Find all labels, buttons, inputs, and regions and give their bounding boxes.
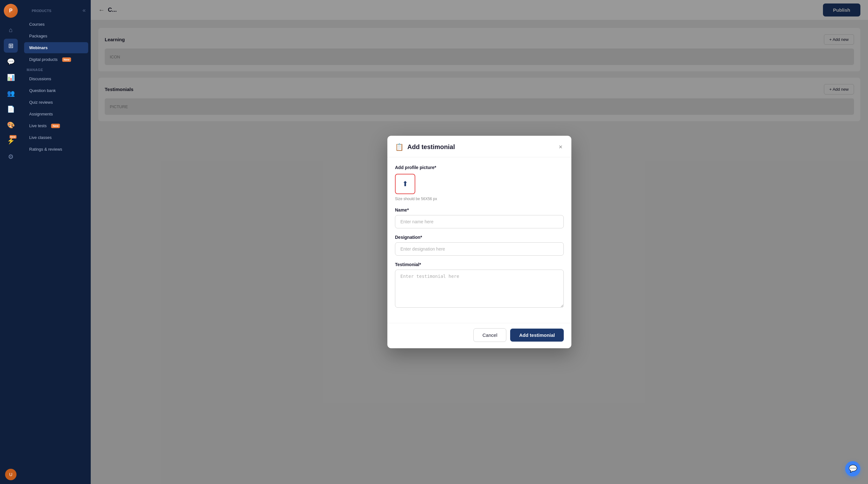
nav-paint[interactable]: 🎨	[4, 118, 18, 132]
modal-footer: Cancel Add testimonial	[388, 323, 571, 348]
sidebar-item-packages[interactable]: Packages	[24, 30, 88, 41]
sidebar-label-live-classes: Live classes	[29, 135, 52, 140]
modal-title-text: Add testimonial	[407, 143, 455, 151]
live-tests-badge: New	[51, 124, 60, 128]
name-group: Name*	[395, 207, 564, 228]
sidebar-label-packages: Packages	[29, 34, 47, 38]
nav-lightning[interactable]: ⚡ New	[4, 134, 18, 148]
nav-users[interactable]: 👥	[4, 86, 18, 100]
cancel-button[interactable]: Cancel	[473, 328, 507, 342]
nav-chart[interactable]: 📊	[4, 70, 18, 84]
testimonial-label: Testimonial*	[395, 262, 564, 267]
chat-bubble-button[interactable]: 💬	[845, 461, 860, 476]
name-label: Name*	[395, 207, 564, 213]
testimonial-textarea[interactable]	[395, 269, 564, 308]
modal-header: 📋 Add testimonial ×	[388, 136, 571, 157]
nav-home[interactable]: ⌂	[4, 23, 18, 37]
add-testimonial-modal: 📋 Add testimonial × Add profile picture*…	[388, 136, 571, 348]
sidebar-item-quiz-reviews[interactable]: Quiz reviews	[24, 97, 88, 108]
modal-close-button[interactable]: ×	[557, 142, 564, 152]
sidebar-item-assignments[interactable]: Assignments	[24, 108, 88, 120]
sidebar-item-webinars[interactable]: Webinars	[24, 42, 88, 53]
collapse-button[interactable]: «	[83, 7, 86, 13]
sidebar-label-discussions: Discussions	[29, 76, 51, 81]
manage-label: MANAGE	[22, 65, 91, 73]
profile-picture-label: Add profile picture*	[395, 165, 564, 170]
app-logo: P	[4, 4, 18, 18]
designation-label: Designation*	[395, 235, 564, 240]
nav-new-badge: New	[9, 135, 17, 139]
sidebar-label-webinars: Webinars	[29, 45, 48, 50]
nav-chat[interactable]: 💬	[4, 55, 18, 68]
nav-grid[interactable]: ⊞	[4, 39, 18, 53]
sidebar-item-discussions[interactable]: Discussions	[24, 73, 88, 84]
sidebar-item-ratings-reviews[interactable]: Ratings & reviews	[24, 144, 88, 155]
sidebar-item-question-bank[interactable]: Question bank	[24, 85, 88, 96]
upload-box[interactable]: ⬆	[395, 174, 415, 194]
nav-doc[interactable]: 📄	[4, 102, 18, 116]
sidebar: PRODUCTS « Courses Packages Webinars Dig…	[22, 0, 91, 484]
sidebar-label-digital-products: Digital products	[29, 57, 58, 62]
sidebar-item-live-tests[interactable]: Live tests New	[24, 120, 88, 131]
sidebar-item-live-classes[interactable]: Live classes	[24, 132, 88, 143]
modal-doc-icon: 📋	[395, 143, 404, 151]
testimonial-group: Testimonial*	[395, 262, 564, 309]
modal-overlay: 📋 Add testimonial × Add profile picture*…	[91, 0, 868, 484]
sidebar-label-ratings-reviews: Ratings & reviews	[29, 147, 62, 152]
modal-title: 📋 Add testimonial	[395, 143, 455, 151]
designation-input[interactable]	[395, 242, 564, 256]
modal-body: Add profile picture* ⬆ Size should be 56…	[388, 157, 571, 323]
profile-picture-group: Add profile picture* ⬆ Size should be 56…	[395, 165, 564, 201]
products-label: PRODUCTS	[27, 6, 57, 14]
sidebar-header: PRODUCTS «	[22, 3, 91, 19]
sidebar-label-live-tests: Live tests	[29, 123, 46, 128]
sidebar-label-quiz-reviews: Quiz reviews	[29, 100, 53, 105]
name-input[interactable]	[395, 215, 564, 228]
upload-icon: ⬆	[402, 180, 408, 188]
upload-hint: Size should be 56X56 px	[395, 197, 564, 201]
sidebar-label-question-bank: Question bank	[29, 88, 56, 93]
designation-group: Designation*	[395, 235, 564, 256]
main-content: ← C... Publish Learning + Add new ICON T…	[91, 0, 868, 484]
user-avatar-bottom[interactable]: U	[5, 469, 17, 480]
nav-settings[interactable]: ⚙	[4, 150, 18, 164]
sidebar-label-assignments: Assignments	[29, 111, 53, 117]
digital-products-badge: New	[62, 57, 71, 62]
add-testimonial-button[interactable]: Add testimonial	[510, 329, 564, 342]
sidebar-item-digital-products[interactable]: Digital products New	[24, 54, 88, 65]
icon-bar: P ⌂ ⊞ 💬 📊 👥 📄 🎨 ⚡ New ⚙ U	[0, 0, 22, 484]
sidebar-item-courses[interactable]: Courses	[24, 19, 88, 30]
sidebar-label-courses: Courses	[29, 22, 44, 27]
